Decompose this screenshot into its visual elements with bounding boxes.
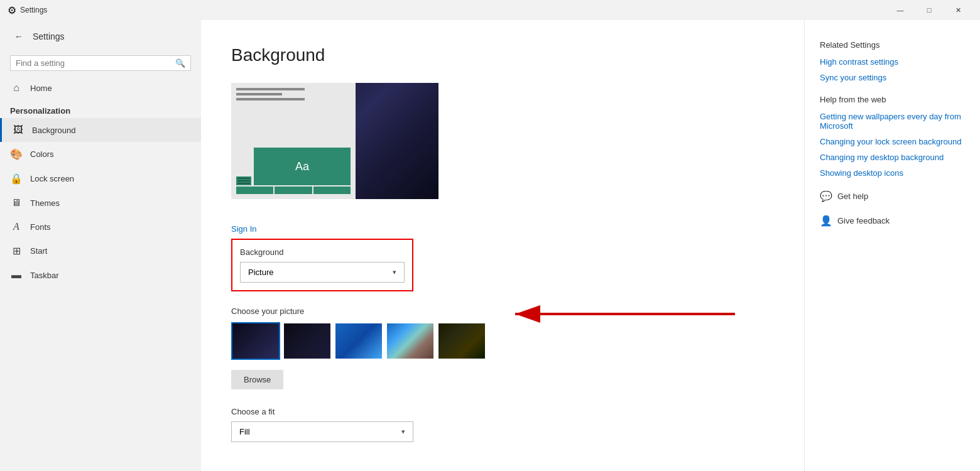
dropdown-chevron-icon: ▾ — [393, 268, 396, 276]
get-help-link[interactable]: 💬 Get help — [820, 190, 965, 202]
desktop-preview: Aa — [231, 83, 438, 199]
preview-box-line-1 — [237, 178, 250, 179]
picture-thumb-5[interactable] — [437, 322, 486, 360]
sidebar-start-label: Start — [30, 246, 47, 256]
browse-button[interactable]: Browse — [231, 370, 283, 389]
sidebar-item-background[interactable]: 🖼 Background — [0, 118, 201, 142]
preview-line-1 — [236, 88, 305, 90]
start-icon: ⊞ — [10, 245, 23, 257]
background-dropdown-value: Picture — [248, 268, 273, 277]
background-dropdown-section: Background Picture ▾ — [231, 239, 413, 291]
preview-box-line-2 — [237, 180, 250, 181]
thumb-image-3 — [335, 323, 382, 359]
preview-main-box: Aa — [254, 148, 351, 185]
preview-overlay: Aa — [231, 83, 356, 199]
home-icon: ⌂ — [10, 82, 23, 94]
search-icon: 🔍 — [175, 58, 185, 68]
related-link-sync[interactable]: Sync your settings — [820, 73, 965, 82]
sidebar-home-label: Home — [30, 84, 52, 93]
preview-box-line-3 — [237, 183, 250, 184]
taskbar-icon: ▬ — [10, 269, 23, 281]
main-content: Background A — [201, 20, 804, 471]
picture-thumb-1[interactable] — [231, 322, 280, 360]
thumb-image-2 — [284, 323, 330, 359]
fit-label: Choose a fit — [231, 407, 774, 416]
sidebar-app-title: Settings — [33, 31, 65, 41]
choose-picture-label: Choose your picture — [231, 306, 774, 316]
sidebar-fonts-label: Fonts — [30, 222, 51, 232]
sidebar-item-lock-screen[interactable]: 🔒 Lock screen — [0, 166, 201, 191]
title-bar-title: Settings — [20, 6, 47, 14]
help-link-lock-screen-bg[interactable]: Changing your lock screen background — [820, 137, 965, 146]
preview-sidebar — [236, 176, 251, 185]
title-bar: ⚙ Settings — □ ✕ — [0, 0, 980, 20]
preview-bottom-box-2 — [275, 187, 312, 194]
background-dropdown-label: Background — [240, 247, 405, 257]
sidebar-item-fonts[interactable]: A Fonts — [0, 215, 201, 239]
preview-bottom — [236, 187, 351, 194]
window-controls: — □ ✕ — [886, 0, 972, 20]
title-bar-icon: ⚙ — [8, 4, 16, 16]
sidebar-colors-label: Colors — [30, 149, 54, 159]
main-wrapper: Background A — [201, 20, 980, 471]
search-box[interactable]: 🔍 — [10, 55, 191, 71]
close-button[interactable]: ✕ — [944, 0, 972, 20]
sidebar-item-themes[interactable]: 🖥 Themes — [0, 191, 201, 215]
sidebar-taskbar-label: Taskbar — [30, 271, 59, 280]
maximize-button[interactable]: □ — [915, 0, 944, 20]
get-help-icon: 💬 — [820, 190, 832, 202]
sidebar-item-colors[interactable]: 🎨 Colors — [0, 142, 201, 166]
picture-thumb-4[interactable] — [386, 322, 435, 360]
preview-lines — [236, 88, 351, 100]
help-link-desktop-icons[interactable]: Showing desktop icons — [820, 168, 965, 178]
background-icon: 🖼 — [12, 124, 24, 136]
fit-dropdown-value: Fill — [239, 427, 250, 436]
thumb-image-1 — [232, 323, 279, 359]
help-link-wallpapers[interactable]: Getting new wallpapers every day from Mi… — [820, 112, 965, 131]
fit-chevron-icon: ▾ — [401, 428, 405, 436]
sidebar-item-start[interactable]: ⊞ Start — [0, 239, 201, 263]
background-dropdown[interactable]: Picture ▾ — [240, 262, 405, 283]
sidebar-header: ← Settings — [0, 20, 201, 53]
minimize-button[interactable]: — — [886, 0, 915, 20]
preview-bottom-box-1 — [236, 187, 273, 194]
preview-bottom-box-3 — [313, 187, 351, 194]
back-button[interactable]: ← — [10, 28, 28, 45]
give-feedback-link[interactable]: 👤 Give feedback — [820, 215, 965, 227]
preview-line-2 — [236, 93, 282, 95]
thumb-image-5 — [438, 323, 485, 359]
thumb-image-4 — [387, 323, 433, 359]
sidebar-item-taskbar[interactable]: ▬ Taskbar — [0, 263, 201, 287]
sidebar-section-label: Personalization — [0, 100, 201, 118]
preview-line-3 — [236, 98, 305, 100]
get-help-label: Get help — [837, 192, 868, 201]
app-body: ← Settings 🔍 ⌂ Home Personalization 🖼 Ba… — [0, 20, 980, 471]
search-input[interactable] — [16, 58, 175, 68]
sidebar-item-home[interactable]: ⌂ Home — [0, 76, 201, 100]
colors-icon: 🎨 — [10, 148, 23, 160]
page-title: Background — [231, 45, 774, 65]
help-title: Help from the web — [820, 95, 965, 104]
related-link-high-contrast[interactable]: High contrast settings — [820, 57, 965, 67]
give-feedback-icon: 👤 — [820, 215, 832, 227]
sidebar: ← Settings 🔍 ⌂ Home Personalization 🖼 Ba… — [0, 20, 201, 471]
help-link-desktop-bg[interactable]: Changing my desktop background — [820, 153, 965, 162]
lock-screen-icon: 🔒 — [10, 173, 23, 185]
sidebar-themes-label: Themes — [30, 198, 60, 208]
picture-grid — [231, 322, 774, 360]
sidebar-lock-screen-label: Lock screen — [30, 174, 74, 183]
sign-in-link[interactable]: Sign In — [231, 224, 774, 234]
right-panel: Related Settings High contrast settings … — [804, 20, 980, 471]
give-feedback-label: Give feedback — [837, 216, 890, 225]
fit-dropdown[interactable]: Fill ▾ — [231, 421, 413, 442]
picture-thumb-2[interactable] — [283, 322, 332, 360]
themes-icon: 🖥 — [10, 197, 23, 208]
fonts-icon: A — [10, 221, 23, 232]
related-settings-title: Related Settings — [820, 40, 965, 50]
sidebar-background-label: Background — [32, 126, 75, 135]
picture-thumb-3[interactable] — [334, 322, 383, 360]
preview-boxes: Aa — [236, 106, 351, 185]
